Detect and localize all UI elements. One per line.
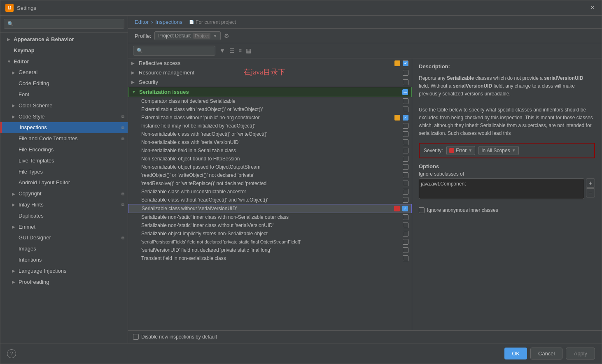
sidebar-item-font[interactable]: ▶ Font bbox=[0, 89, 128, 100]
inspection-item[interactable]: Non-serializable class with 'serialVersi… bbox=[128, 138, 412, 146]
item-checkbox[interactable] bbox=[403, 239, 408, 245]
item-checkbox[interactable] bbox=[403, 107, 408, 112]
inspection-item[interactable]: Serializable non-'static' inner class wi… bbox=[128, 221, 412, 230]
inspection-item[interactable]: 'readResolve()' or 'writeReplace()' not … bbox=[128, 179, 412, 188]
sidebar-item-general[interactable]: ▶ General bbox=[0, 67, 128, 78]
ok-button[interactable]: OK bbox=[504, 348, 527, 359]
sidebar-item-language-injections[interactable]: ▶ Language Injections bbox=[0, 266, 128, 277]
sidebar-search-input[interactable] bbox=[4, 19, 124, 29]
inspection-item[interactable]: Instance field may not be initialized by… bbox=[128, 122, 412, 130]
main-content: ▶ Appearance & Behavior ▶ Keymap ▼ Edito… bbox=[0, 16, 602, 343]
sidebar-item-intentions[interactable]: ▶ Intentions bbox=[0, 255, 128, 266]
sidebar-item-editor[interactable]: ▼ Editor bbox=[0, 56, 128, 67]
sidebar-item-code-style[interactable]: ▶ Code Style ⧉ bbox=[0, 111, 128, 123]
sidebar-item-code-editing[interactable]: ▶ Code Editing bbox=[0, 78, 128, 89]
description-body: Reports any Serializable classes which d… bbox=[419, 74, 595, 138]
sidebar-item-emmet[interactable]: ▶ Emmet bbox=[0, 222, 128, 233]
item-checkbox[interactable] bbox=[403, 231, 408, 236]
disable-new-checkbox[interactable] bbox=[133, 334, 139, 340]
add-class-button[interactable]: + bbox=[586, 179, 595, 188]
sidebar-item-proofreading[interactable]: ▶ Proofreading bbox=[0, 277, 128, 288]
item-name: 'readObject()' or 'writeObject()' not de… bbox=[141, 172, 400, 178]
inspection-item[interactable]: Comparator class not declared Serializab… bbox=[128, 97, 412, 105]
inspection-item[interactable]: Non-serializable field in a Serializable… bbox=[128, 146, 412, 155]
arrow-icon: ▶ bbox=[12, 114, 17, 120]
item-checkbox[interactable] bbox=[403, 255, 408, 261]
group-icon[interactable]: ▦ bbox=[245, 46, 252, 55]
item-checkbox[interactable] bbox=[403, 181, 408, 186]
profile-select[interactable]: Project Default Project ▼ bbox=[154, 31, 221, 40]
item-checkbox[interactable] bbox=[403, 172, 408, 178]
sidebar-item-file-encodings[interactable]: ▶ File Encodings bbox=[0, 144, 128, 155]
item-checkbox[interactable] bbox=[403, 223, 408, 228]
inspection-item[interactable]: Serializable class without 'readObject()… bbox=[128, 196, 412, 204]
sidebar-item-copyright[interactable]: ▶ Copyright ⧉ bbox=[0, 188, 128, 199]
inspection-item[interactable]: Serializable class with unconstructable … bbox=[128, 188, 412, 196]
sidebar-item-inlay-hints[interactable]: ▶ Inlay Hints ⧉ bbox=[0, 199, 128, 211]
filter-icon[interactable]: ▼ bbox=[219, 46, 226, 55]
category-resource-management[interactable]: ▶ Resource management bbox=[128, 68, 412, 77]
category-reflective-access[interactable]: ▶ Reflective access ✓ bbox=[128, 58, 412, 68]
sidebar-search-container bbox=[0, 16, 128, 32]
item-checkbox[interactable]: ✓ bbox=[402, 206, 408, 211]
ignore-anonymous-checkbox[interactable] bbox=[419, 207, 425, 213]
collapse-all-icon[interactable]: ≡ bbox=[238, 47, 243, 54]
help-button[interactable]: ? bbox=[7, 349, 16, 358]
apply-button[interactable]: Apply bbox=[566, 348, 595, 359]
sidebar-item-file-code-templates[interactable]: ▶ File and Code Templates ⧉ bbox=[0, 133, 128, 144]
item-checkbox[interactable]: ✓ bbox=[403, 115, 408, 121]
inspection-item[interactable]: Non-serializable object passed to Object… bbox=[128, 163, 412, 171]
item-checkbox[interactable] bbox=[403, 123, 408, 129]
sidebar-item-keymap[interactable]: ▶ Keymap bbox=[0, 45, 128, 56]
item-checkbox[interactable] bbox=[403, 148, 408, 153]
item-checkbox[interactable] bbox=[403, 164, 408, 170]
inspection-item[interactable]: Transient field in non-serializable clas… bbox=[128, 254, 412, 262]
profile-value: Project Default bbox=[158, 33, 191, 39]
item-checkbox[interactable] bbox=[403, 156, 408, 162]
inspection-item[interactable]: 'serialVersionUID' field not declared 'p… bbox=[128, 246, 412, 254]
item-checkbox[interactable] bbox=[403, 139, 408, 145]
inspection-item[interactable]: 'readObject()' or 'writeObject()' not de… bbox=[128, 171, 412, 179]
scope-select[interactable]: In All Scopes ▼ bbox=[478, 146, 518, 155]
item-checkbox[interactable] bbox=[403, 214, 408, 220]
category-serialization-issues[interactable]: ▼ Serialization issues — bbox=[128, 87, 412, 97]
sidebar-item-live-templates[interactable]: ▶ Live Templates bbox=[0, 155, 128, 167]
item-name: Non-serializable class with 'readObject(… bbox=[141, 131, 400, 137]
sidebar-item-gui-designer[interactable]: ▶ GUI Designer ⧉ bbox=[0, 232, 128, 243]
inspections-search-box[interactable]: 🔍 bbox=[133, 46, 215, 56]
sidebar-item-file-types[interactable]: ▶ File Types bbox=[0, 167, 128, 178]
cancel-button[interactable]: Cancel bbox=[530, 348, 562, 359]
inspection-item[interactable]: Non-serializable class with 'readObject(… bbox=[128, 130, 412, 138]
item-checkbox[interactable] bbox=[403, 197, 408, 203]
category-checkbox[interactable] bbox=[403, 70, 408, 76]
inspection-item[interactable]: Serializable non-'static' inner class wi… bbox=[128, 213, 412, 221]
category-checkbox[interactable]: — bbox=[402, 89, 408, 95]
item-checkbox[interactable] bbox=[403, 189, 408, 195]
item-checkbox[interactable] bbox=[403, 131, 408, 137]
item-checkbox[interactable] bbox=[403, 247, 408, 253]
inspection-item[interactable]: Externalizable class without 'public' no… bbox=[128, 114, 412, 122]
inspection-item[interactable]: 'serialPersistentFields' field not decla… bbox=[128, 238, 412, 246]
item-checkbox[interactable] bbox=[403, 98, 408, 104]
sidebar-item-images[interactable]: ▶ Images bbox=[0, 243, 128, 255]
sidebar-item-duplicates[interactable]: ▶ Duplicates bbox=[0, 211, 128, 222]
expand-all-icon[interactable]: ☰ bbox=[229, 46, 236, 55]
sidebar-item-appearance[interactable]: ▶ Appearance & Behavior bbox=[0, 34, 128, 45]
category-checkbox[interactable]: ✓ bbox=[403, 60, 408, 66]
title-bar: IJ Settings × bbox=[0, 0, 602, 16]
for-current-project[interactable]: 📄 For current project bbox=[189, 19, 236, 25]
sidebar-item-color-scheme[interactable]: ▶ Color Scheme bbox=[0, 100, 128, 111]
sidebar-item-label: GUI Designer bbox=[19, 234, 51, 242]
inspection-item[interactable]: Serializable object implicitly stores no… bbox=[128, 230, 412, 238]
remove-class-button[interactable]: − bbox=[586, 188, 595, 197]
category-checkbox[interactable] bbox=[403, 79, 408, 85]
inspection-item[interactable]: Non-serializable object bound to HttpSes… bbox=[128, 155, 412, 163]
severity-select[interactable]: Error ▼ bbox=[446, 146, 476, 155]
category-security[interactable]: ▶ Security bbox=[128, 77, 412, 87]
sidebar-item-android-layout[interactable]: ▶ Android Layout Editor bbox=[0, 177, 128, 188]
gear-icon[interactable]: ⚙ bbox=[224, 32, 229, 39]
inspection-item[interactable]: Externalizable class with 'readObject()'… bbox=[128, 105, 412, 114]
close-button[interactable]: × bbox=[588, 4, 597, 12]
sidebar-item-inspections[interactable]: ▶ Inspections ⧉ bbox=[0, 122, 128, 133]
inspection-item-serializable-no-svuid[interactable]: Serializable class without 'serialVersio… bbox=[128, 204, 412, 213]
